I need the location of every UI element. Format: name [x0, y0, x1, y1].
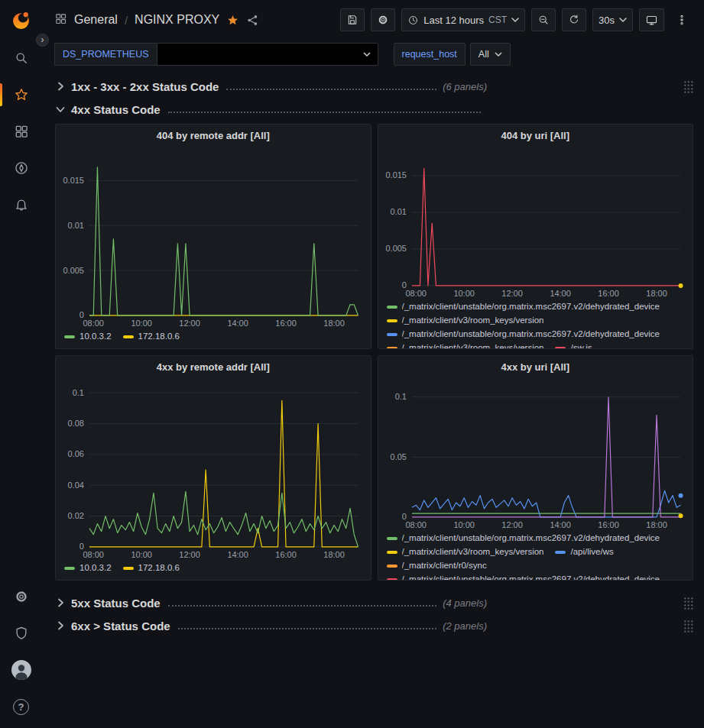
row-header-5xx[interactable]: 5xx Status Code (4 panels) [55, 591, 693, 614]
row-panel-count: (6 panels) [443, 81, 487, 92]
legend-swatch [123, 335, 134, 338]
sidebar-expand-button[interactable]: › [36, 34, 49, 47]
svg-text:0.02: 0.02 [68, 511, 84, 520]
legend-swatch [387, 565, 397, 568]
svg-text:18:00: 18:00 [646, 520, 667, 529]
legend-label: 10.0.3.2 [79, 331, 112, 342]
datasource-variable-select[interactable] [157, 43, 378, 66]
sidebar-item-profile[interactable] [0, 652, 42, 688]
grafana-logo-icon[interactable] [0, 0, 42, 40]
legend-swatch [387, 551, 397, 554]
panel-legend: 10.0.3.2172.18.0.6 [56, 329, 371, 348]
svg-text:0.015: 0.015 [63, 176, 84, 185]
panels-grid: 404 by remote addr [All] 00.0050.010.015… [55, 124, 693, 581]
svg-text:12:00: 12:00 [501, 520, 522, 529]
panel-legend: 10.0.3.2172.18.0.6 [56, 561, 371, 580]
svg-text:0.01: 0.01 [68, 221, 84, 230]
legend-swatch [387, 347, 397, 349]
legend-label: 10.0.3.2 [79, 562, 112, 574]
timeseries-chart[interactable]: 00.020.040.060.080.108:0010:0012:0014:00… [56, 377, 371, 561]
panel-title[interactable]: 404 by uri [All] [378, 125, 693, 146]
svg-text:18:00: 18:00 [323, 550, 344, 559]
more-options-button[interactable] [670, 8, 693, 31]
timeseries-chart[interactable]: 00.050.108:0010:0012:0014:0016:0018:00 [378, 377, 693, 531]
refresh-interval-select[interactable]: 30s [592, 8, 633, 31]
row-drag-handle[interactable] [683, 620, 693, 633]
panel-title[interactable]: 4xx by uri [All] [378, 356, 693, 377]
legend-item[interactable]: /_matrix/client/unstable/org.matrix.msc2… [387, 574, 660, 580]
request-host-variable-label: request_host [394, 43, 466, 66]
breadcrumb-section[interactable]: General [74, 13, 118, 27]
refresh-button[interactable] [562, 8, 586, 31]
svg-text:0.08: 0.08 [68, 419, 84, 428]
sidebar-item-help[interactable]: ? [0, 688, 42, 725]
timeseries-chart[interactable]: 00.0050.010.01508:0010:0012:0014:0016:00… [378, 146, 693, 299]
legend-item[interactable]: 172.18.0.6 [123, 331, 180, 342]
legend-swatch [555, 551, 566, 554]
panel-legend: /_matrix/client/unstable/org.matrix.msc2… [378, 299, 693, 348]
request-host-variable-select[interactable]: All [470, 43, 511, 66]
legend-item[interactable]: 10.0.3.2 [64, 331, 112, 342]
legend-item[interactable]: /_matrix/client/unstable/org.matrix.msc2… [387, 301, 660, 312]
panel-title[interactable]: 4xx by remote addr [All] [56, 356, 371, 377]
sidebar-item-server-admin[interactable] [0, 615, 42, 652]
save-dashboard-button[interactable] [340, 8, 365, 31]
favorite-star-icon[interactable] [226, 14, 239, 27]
refresh-icon [568, 14, 580, 26]
sidebar-item-configuration[interactable] [0, 578, 42, 615]
timeseries-chart[interactable]: 00.0050.010.01508:0010:0012:0014:0016:00… [56, 146, 371, 329]
save-icon [346, 14, 358, 26]
row-header-1xx-3xx-2xx[interactable]: 1xx - 3xx - 2xx Status Code (6 panels) [55, 75, 693, 98]
svg-text:0.06: 0.06 [68, 449, 84, 458]
row-header-4xx[interactable]: 4xx Status Code [55, 98, 693, 121]
row-panel-count: (4 panels) [443, 597, 487, 609]
breadcrumb-dashboard-title[interactable]: NGINX PROXY [135, 13, 219, 27]
legend-item[interactable]: 172.18.0.6 [123, 562, 180, 574]
svg-text:10:00: 10:00 [453, 289, 474, 298]
panel-4xx-by-uri: 4xx by uri [All] 00.050.108:0010:0012:00… [378, 355, 694, 581]
zoom-out-button[interactable] [531, 8, 556, 31]
svg-text:12:00: 12:00 [179, 550, 200, 559]
clock-icon [407, 15, 419, 26]
legend-item[interactable]: 10.0.3.2 [64, 562, 112, 574]
shield-icon [14, 626, 29, 641]
legend-item[interactable]: /_matrix/client/unstable/org.matrix.msc2… [387, 328, 660, 340]
legend-item[interactable]: /_matrix/client/v3/room_keys/version [387, 546, 544, 558]
share-icon[interactable] [246, 14, 259, 27]
sidebar-item-starred[interactable] [0, 76, 42, 113]
legend-item[interactable]: /_matrix/client/v3/room_keys/version [387, 342, 544, 348]
row-drag-handle[interactable] [683, 80, 693, 93]
legend-item[interactable]: /api/live/ws [555, 546, 613, 558]
panel-title[interactable]: 404 by remote addr [All] [56, 125, 371, 146]
legend-item[interactable]: /_matrix/client/unstable/org.matrix.msc2… [387, 532, 660, 544]
row-header-6xx[interactable]: 6xx > Status Code (2 panels) [55, 614, 693, 637]
active-indicator [0, 83, 2, 106]
search-icon [14, 50, 29, 66]
svg-text:18:00: 18:00 [323, 319, 344, 328]
time-range-picker[interactable]: Last 12 hours CST [401, 8, 525, 31]
sidebar-item-dashboards[interactable] [0, 113, 42, 150]
svg-text:0.01: 0.01 [390, 207, 406, 216]
legend-item[interactable]: /sw.js [555, 342, 592, 348]
bell-icon [14, 197, 29, 212]
legend-label: /_matrix/client/r0/sync [402, 560, 487, 571]
legend-item[interactable]: /_matrix/client/r0/sync [387, 560, 487, 571]
row-drag-handle[interactable] [683, 597, 693, 610]
sidebar-item-explore[interactable] [0, 150, 42, 186]
svg-text:08:00: 08:00 [83, 319, 104, 328]
dashboard-settings-button[interactable] [371, 8, 395, 31]
svg-text:14:00: 14:00 [227, 319, 248, 328]
sidebar-item-search[interactable] [0, 40, 42, 76]
panel-404-by-remote-addr: 404 by remote addr [All] 00.0050.010.015… [55, 124, 371, 349]
dashboards-breadcrumb-icon [54, 12, 67, 28]
sidebar-item-alerting[interactable] [0, 186, 42, 223]
svg-text:16:00: 16:00 [275, 550, 296, 559]
navbar: General / NGINX PROXY [42, 0, 704, 40]
request-host-variable-value: All [479, 49, 489, 60]
main-area: General / NGINX PROXY [42, 0, 704, 728]
cycle-view-button[interactable] [639, 8, 664, 31]
sidebar: ? [0, 0, 42, 728]
legend-item[interactable]: /_matrix/client/v3/room_keys/version [387, 315, 544, 326]
legend-swatch [64, 567, 75, 570]
timezone-label: CST [488, 15, 507, 25]
